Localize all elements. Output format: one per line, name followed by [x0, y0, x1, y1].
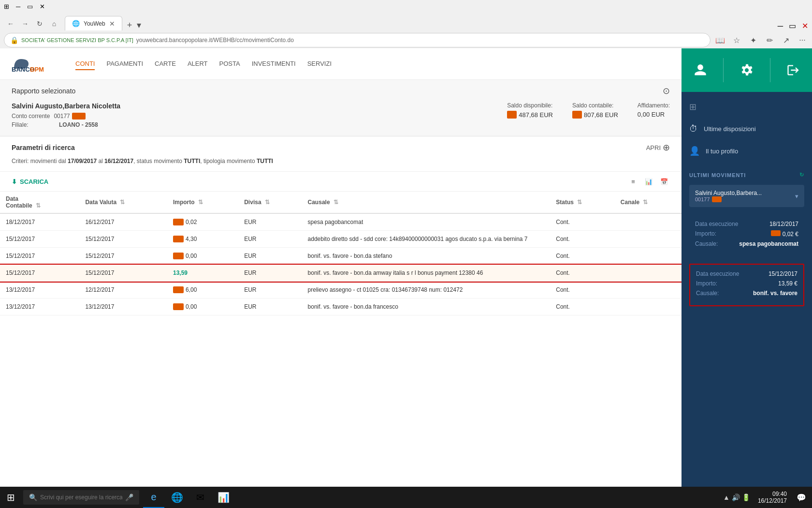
volume-icon[interactable]: 🔊	[732, 493, 740, 501]
minimize-icon[interactable]: ─	[16, 3, 20, 10]
nav-alert[interactable]: ALERT	[188, 58, 208, 70]
mov2-causale-row: Causale: bonif. vs. favore	[696, 290, 798, 297]
cell-canale	[615, 248, 682, 265]
active-tab[interactable]: 🌐 YouWeb ✕	[65, 16, 122, 30]
title-bar-controls[interactable]: ⊞ ─ ▭ ✕	[4, 3, 45, 10]
sidebar-item-disposizioni[interactable]: ⏱ Ultime disposizioni	[682, 118, 812, 140]
sidebar-settings-icon[interactable]	[732, 48, 761, 92]
cell-divisa: EUR	[238, 231, 302, 248]
taskbar-search[interactable]: 🔍 🎤	[23, 490, 139, 505]
list-view-icon[interactable]: ≡	[627, 176, 639, 187]
col-importo[interactable]: Importo ⇅	[167, 192, 238, 213]
taskbar-app-mail[interactable]: ✉	[189, 487, 211, 508]
apri-button[interactable]: APRI ⊕	[646, 142, 670, 153]
cell-data-valuta: 13/12/2017	[79, 299, 167, 315]
taskbar-app-chrome[interactable]: 🌐	[166, 487, 188, 508]
col-status[interactable]: Status ⇅	[550, 192, 615, 213]
profile-icon: 👤	[689, 146, 700, 156]
account-details: Salvini Augusto,Barbera Nicoletta Conto …	[12, 102, 670, 128]
microphone-icon[interactable]: 🎤	[125, 493, 133, 501]
url-bar[interactable]: 🔒 SOCIETA' GESTIONE SERVIZI BP S.C.P.A […	[4, 33, 710, 47]
col-data-valuta[interactable]: Data Valuta ⇅	[79, 192, 167, 213]
notification-button[interactable]: 💬	[791, 487, 812, 508]
col-canale[interactable]: Canale ⇅	[615, 192, 682, 213]
taskbar-time[interactable]: 09:40 16/12/2017	[754, 491, 791, 504]
battery-icon[interactable]: 🔋	[742, 493, 750, 501]
taskbar-sys-icons: ▲ 🔊 🔋	[723, 493, 754, 501]
favorites-icon[interactable]: ☆	[731, 34, 742, 46]
cell-causale: bonif. vs. favore - bon.da amway italia …	[302, 265, 551, 282]
account-selector[interactable]: Salvini Augusto,Barbera... 00177 ▾	[689, 185, 804, 207]
cell-data-valuta: 15/12/2017	[79, 265, 167, 282]
sidebar-item-profilo[interactable]: 👤 Il tuo profilo	[682, 140, 812, 162]
mov2-importo-row: Importo: 13,59 €	[696, 280, 798, 287]
calendar-view-icon[interactable]: 📅	[658, 176, 670, 187]
saldo-contabile: Saldo contabile: 807,68 EUR	[572, 102, 618, 128]
col-causale[interactable]: Causale ⇅	[302, 192, 551, 213]
share-icon[interactable]: ↗	[780, 34, 792, 46]
chart-view-icon[interactable]: 📊	[643, 176, 654, 187]
refresh-button[interactable]: ↻	[799, 172, 804, 178]
mov1-causale-row: Causale: spesa pagobancomat	[695, 240, 798, 247]
start-button[interactable]: ⊞	[0, 487, 21, 508]
account-selector-info: Salvini Augusto,Barbera... 00177	[695, 190, 762, 202]
rapporto-title: Rapporto selezionato	[12, 87, 75, 95]
col-data-contabile[interactable]: DataContabile ⇅	[0, 192, 79, 213]
mov1-amount-icon	[771, 230, 781, 236]
notes-icon[interactable]: ✏	[764, 34, 775, 46]
nav-conti[interactable]: CONTI	[75, 58, 95, 70]
bank-content: BANCO BPM CONTI PAGAMENTI CARTE ALERT PO…	[0, 48, 682, 508]
browser-close[interactable]: ✕	[802, 21, 808, 30]
reading-view-icon[interactable]: 📖	[714, 34, 726, 46]
cell-causale: bonif. vs. favore - bon.da stefano	[302, 248, 551, 265]
cell-status: Cont.	[550, 282, 615, 299]
close-icon[interactable]: ✕	[40, 3, 45, 10]
nav-posta[interactable]: POSTA	[219, 58, 240, 70]
table-body: 18/12/2017 16/12/2017 0,02 EUR spesa pag…	[0, 213, 682, 315]
taskbar-app-green[interactable]: 📊	[213, 487, 234, 508]
nav-servizi[interactable]: SERVIZI	[307, 58, 332, 70]
cell-importo: 13,59	[167, 265, 238, 282]
time-display: 09:40	[772, 491, 787, 497]
col-divisa[interactable]: Divisa ⇅	[238, 192, 302, 213]
tab-close-button[interactable]: ✕	[109, 20, 115, 28]
add-favorites-icon[interactable]: ✦	[747, 34, 759, 46]
nav-pagamenti[interactable]: PAGAMENTI	[106, 58, 143, 70]
sidebar-logout-icon[interactable]	[779, 48, 808, 92]
new-tab-button[interactable]: +	[124, 20, 135, 30]
cell-divisa: EUR	[238, 299, 302, 315]
rapporto-toggle[interactable]: ⊙	[663, 86, 670, 96]
network-icon[interactable]: ▲	[723, 493, 730, 501]
title-bar: ⊞ ─ ▭ ✕	[0, 0, 812, 13]
browser-maximize[interactable]: ▭	[789, 21, 796, 30]
maximize-icon[interactable]: ▭	[27, 3, 33, 10]
nav-investimenti[interactable]: INVESTIMENTI	[252, 58, 296, 70]
search-input[interactable]	[40, 494, 122, 501]
scarica-button[interactable]: ⬇ SCARICA	[12, 178, 48, 185]
more-icon[interactable]: ···	[797, 34, 808, 46]
sidebar-top	[682, 48, 812, 92]
apri-plus-icon: ⊕	[663, 142, 670, 153]
mov1-importo-row: Importo: 0,02 €	[695, 230, 798, 238]
tab-menu-button[interactable]: ▾	[135, 20, 143, 30]
profilo-label: Il tuo profilo	[706, 148, 738, 155]
address-bar: 🔒 SOCIETA' GESTIONE SERVIZI BP S.C.P.A […	[0, 30, 812, 50]
browser-minimize[interactable]: ─	[778, 22, 783, 30]
cell-causale: bonif. vs. favore - bon.da francesco	[302, 299, 551, 315]
params-text: Criteri: movimenti dal 17/09/2017 al 16/…	[12, 157, 670, 165]
table-row: 15/12/2017 15/12/2017 13,59 EUR bonif. v…	[0, 265, 682, 282]
taskbar-app-edge[interactable]: e	[143, 487, 164, 508]
sidebar-user-icon[interactable]	[686, 48, 715, 92]
taskbar: ⊞ 🔍 🎤 e 🌐 ✉ 📊 ▲ 🔊 🔋 09:40 16/12/2017 💬	[0, 487, 812, 508]
refresh-button[interactable]: ↻	[33, 17, 46, 30]
sidebar-item-grid[interactable]: ⊞	[682, 96, 812, 118]
nav-carte[interactable]: CARTE	[155, 58, 176, 70]
table-scroll[interactable]: DataContabile ⇅ Data Valuta ⇅ Importo ⇅ …	[0, 192, 682, 508]
mail-icon: ✉	[196, 492, 204, 503]
table-header: DataContabile ⇅ Data Valuta ⇅ Importo ⇅ …	[0, 192, 682, 213]
cell-data-valuta: 16/12/2017	[79, 213, 167, 231]
disposizioni-label: Ultime disposizioni	[704, 125, 756, 133]
forward-button[interactable]: →	[18, 17, 32, 30]
back-button[interactable]: ←	[4, 17, 17, 30]
home-button[interactable]: ⌂	[47, 17, 61, 30]
